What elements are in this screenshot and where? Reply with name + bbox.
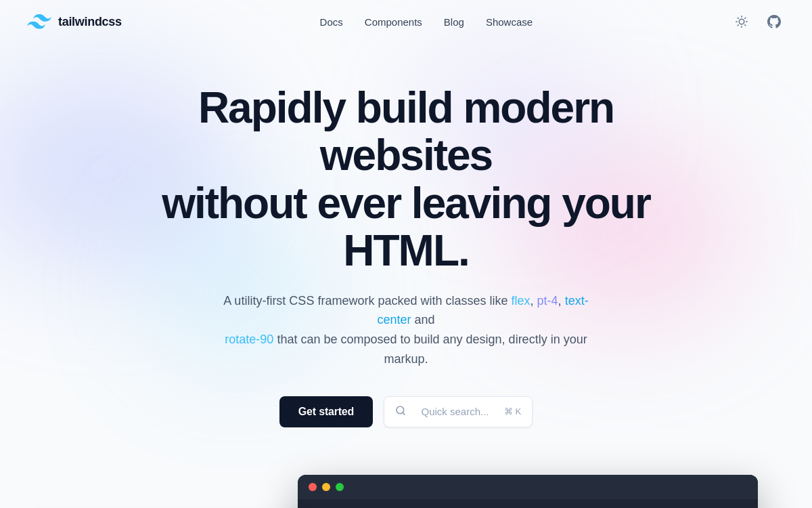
nav-actions bbox=[731, 11, 785, 33]
sun-icon bbox=[736, 16, 748, 28]
hero-section: Rapidly build modern websites without ev… bbox=[0, 43, 812, 454]
editor-titlebar bbox=[298, 475, 758, 499]
code-editor: 1 <figure class="md:flex bg-slate-100 ro… bbox=[298, 475, 758, 508]
search-shortcut: ⌘ K bbox=[504, 406, 521, 417]
hero-subtitle: A utility-first CSS framework packed wit… bbox=[210, 291, 602, 369]
window-minimize-dot bbox=[322, 483, 330, 491]
demo-section: "Tailwind CSS is the only framework that… bbox=[0, 475, 812, 508]
theme-toggle-button[interactable] bbox=[731, 11, 752, 33]
navbar: tailwindcss Docs Components Blog Showcas… bbox=[0, 0, 812, 43]
hero-actions: Get started Quick search... ⌘ K bbox=[14, 396, 798, 427]
keyword-pt4: pt-4 bbox=[537, 294, 558, 308]
nav-link-components[interactable]: Components bbox=[365, 16, 422, 28]
svg-line-10 bbox=[403, 412, 405, 415]
nav-link-blog[interactable]: Blog bbox=[444, 16, 464, 28]
github-icon bbox=[767, 15, 781, 28]
nav-link-docs[interactable]: Docs bbox=[320, 16, 343, 28]
svg-point-0 bbox=[739, 19, 744, 24]
nav-links: Docs Components Blog Showcase bbox=[320, 16, 533, 28]
window-close-dot bbox=[309, 483, 317, 491]
logo-icon bbox=[27, 9, 51, 34]
keyword-flex: flex bbox=[512, 294, 531, 308]
editor-body: 1 <figure class="md:flex bg-slate-100 ro… bbox=[298, 499, 758, 508]
svg-line-4 bbox=[745, 25, 746, 26]
search-icon bbox=[395, 405, 406, 419]
get-started-button[interactable]: Get started bbox=[279, 396, 373, 427]
github-link-button[interactable] bbox=[763, 11, 785, 33]
logo-text: tailwindcss bbox=[58, 15, 122, 29]
hero-title: Rapidly build modern websites without ev… bbox=[135, 84, 677, 275]
window-expand-dot bbox=[336, 483, 344, 491]
search-box[interactable]: Quick search... ⌘ K bbox=[384, 396, 533, 427]
logo-link[interactable]: tailwindcss bbox=[27, 9, 122, 34]
svg-line-8 bbox=[745, 18, 746, 18]
keyword-rotate: rotate-90 bbox=[225, 333, 273, 346]
nav-link-showcase[interactable]: Showcase bbox=[486, 16, 533, 28]
svg-line-3 bbox=[738, 18, 738, 18]
svg-line-7 bbox=[738, 25, 738, 26]
search-placeholder: Quick search... bbox=[411, 406, 499, 417]
